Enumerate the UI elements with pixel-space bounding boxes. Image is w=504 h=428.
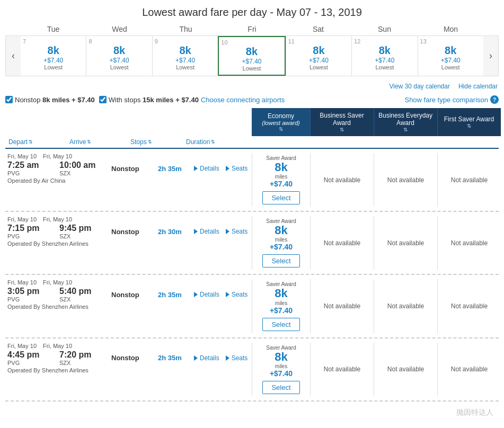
calendar-links: View 30 day calendar Hide calendar — [0, 81, 504, 93]
choose-airports-link[interactable]: Choose connecting airports — [201, 96, 285, 104]
calendar-day-8[interactable]: 8 8k +$7.40 Lowest — [86, 36, 152, 76]
fare-miles-label: miles — [275, 174, 287, 180]
day-label-thu: Thu — [153, 23, 219, 35]
operated-by: Operated By Shenzhen Airlines — [7, 367, 250, 373]
depart-airport: PVG — [7, 233, 55, 239]
seats-arrow-icon — [226, 355, 229, 361]
help-icon[interactable]: ? — [490, 95, 499, 104]
arrive-time: 10:00 am — [59, 160, 107, 170]
details-link[interactable]: Details — [194, 228, 219, 235]
with-stops-checkbox[interactable] — [99, 96, 107, 103]
depart-date: Fri, May 10 — [7, 279, 37, 286]
arrive-airport: SZX — [59, 233, 107, 239]
view-30-day-link[interactable]: View 30 day calendar — [389, 83, 450, 90]
flight-actions: Details Seats — [194, 228, 247, 235]
business-everyday-availability: Not available — [387, 365, 424, 373]
day-label-wed: Wed — [86, 23, 153, 35]
cal-lowest: Lowest — [154, 64, 217, 70]
cal-miles: 8k — [353, 44, 416, 57]
business-everyday-availability: Not available — [387, 176, 424, 184]
depart-time: 7:25 am — [7, 160, 55, 170]
details-link[interactable]: Details — [194, 291, 219, 298]
depart-date: Fri, May 10 — [7, 153, 37, 159]
seats-arrow-icon — [226, 166, 229, 171]
seats-link[interactable]: Seats — [226, 354, 248, 362]
calendar-day-9[interactable]: 9 8k +$7.40 Lowest — [152, 36, 218, 76]
day-number: 13 — [420, 38, 427, 44]
cal-miles: 8k — [220, 46, 283, 58]
cal-miles: 8k — [154, 44, 217, 57]
calendar-prev-button[interactable]: ‹ — [6, 36, 21, 76]
first-saver-availability: Not available — [451, 176, 488, 184]
day-label-sat: Sat — [285, 23, 351, 35]
cal-miles: 8k — [87, 44, 151, 57]
cal-price: +$7.40 — [220, 58, 283, 65]
day-label-tue: Tue — [20, 23, 86, 35]
depart-time: 7:15 pm — [7, 224, 55, 233]
nonstop-checkbox[interactable] — [5, 96, 13, 103]
depart-time: 3:05 pm — [7, 287, 55, 296]
fare-price: +$7.40 — [270, 369, 293, 378]
business-everyday-fare-cell: Not available — [374, 153, 437, 207]
cal-lowest: Lowest — [287, 64, 350, 70]
cal-lowest: Lowest — [22, 64, 85, 70]
calendar-day-11[interactable]: 11 8k +$7.40 Lowest — [286, 36, 351, 76]
duration: 2h 35m — [158, 291, 190, 299]
nonstop-label: Nonstop 8k miles + $7.40 — [15, 96, 95, 104]
business-everyday-col-header: Business Everyday Award ⇅ — [374, 108, 437, 136]
sort-arrive[interactable]: Arrive ⇅ — [66, 136, 127, 148]
calendar-day-13[interactable]: 13 8k +$7.40 Lowest — [418, 36, 483, 76]
business-saver-sort-icon[interactable]: ⇅ — [340, 127, 344, 132]
sub-header-row: Depart ⇅ Arrive ⇅ Stops ⇅ Duration ⇅ — [5, 136, 499, 149]
calendar-day-12[interactable]: 12 8k +$7.40 Lowest — [351, 36, 417, 76]
page-title: Lowest award fare per day - May 07 - 13,… — [0, 0, 504, 23]
business-everyday-availability: Not available — [387, 239, 424, 247]
day-number: 12 — [354, 38, 360, 44]
day-label-mon: Mon — [418, 23, 484, 35]
cal-price: +$7.40 — [22, 57, 85, 64]
details-link[interactable]: Details — [194, 354, 219, 362]
first-saver-fare-cell: Not available — [437, 216, 501, 270]
calendar-next-button[interactable]: › — [483, 36, 498, 76]
flight-info-3: Fri, May 10 Fri, May 10 4:45 pm PVG 7:20… — [5, 343, 252, 396]
cal-price: +$7.40 — [154, 57, 217, 64]
business-everyday-sort-icon[interactable]: ⇅ — [403, 127, 408, 132]
economy-sort-icon[interactable]: ⇅ — [279, 126, 283, 132]
stops: Nonstop — [111, 291, 154, 299]
arrive-time: 7:20 pm — [59, 350, 107, 360]
fare-miles: 8k — [275, 287, 287, 300]
operated-by: Operated By Shenzhen Airlines — [7, 304, 250, 310]
calendar-day-7[interactable]: 7 8k +$7.40 Lowest — [21, 36, 86, 76]
fare-miles: 8k — [275, 224, 287, 237]
flight-row: Fri, May 10 Fri, May 10 7:15 pm PVG 9:45… — [5, 212, 499, 275]
first-saver-availability: Not available — [451, 302, 488, 310]
select-button[interactable]: Select — [262, 254, 299, 268]
arrive-airport: SZX — [59, 360, 107, 366]
select-button[interactable]: Select — [262, 191, 299, 204]
stops: Nonstop — [111, 354, 154, 362]
day-number: 11 — [288, 38, 295, 44]
with-stops-label: With stops 15k miles + $7.40 — [109, 96, 199, 104]
day-number: 10 — [221, 39, 227, 46]
first-saver-sort-icon[interactable]: ⇅ — [467, 123, 471, 129]
flight-row: Fri, May 10 Fri, May 10 7:25 am PVG 10:0… — [5, 149, 499, 212]
details-arrow-icon — [194, 166, 198, 171]
select-button[interactable]: Select — [262, 318, 299, 331]
select-button[interactable]: Select — [262, 381, 299, 394]
calendar-day-10[interactable]: 10 8k +$7.40 Lowest — [218, 36, 285, 76]
details-link[interactable]: Details — [194, 165, 219, 172]
economy-fare-cell: Saver Award 8k miles +$7.40 Select — [252, 153, 310, 207]
seats-link[interactable]: Seats — [226, 165, 248, 172]
seats-link[interactable]: Seats — [226, 291, 248, 298]
arrive-time: 5:40 pm — [59, 287, 107, 296]
show-fare-comparison-link[interactable]: Show fare type comparison — [404, 96, 488, 104]
sort-depart[interactable]: Depart ⇅ — [5, 136, 66, 148]
sort-duration[interactable]: Duration ⇅ — [183, 136, 252, 148]
seats-link[interactable]: Seats — [226, 228, 248, 235]
first-saver-fare-cell: Not available — [437, 279, 501, 333]
sort-stops[interactable]: Stops ⇅ — [127, 136, 183, 148]
stops: Nonstop — [111, 165, 154, 173]
stops: Nonstop — [111, 228, 154, 236]
hide-calendar-link[interactable]: Hide calendar — [458, 83, 498, 90]
business-saver-availability: Not available — [324, 365, 360, 373]
